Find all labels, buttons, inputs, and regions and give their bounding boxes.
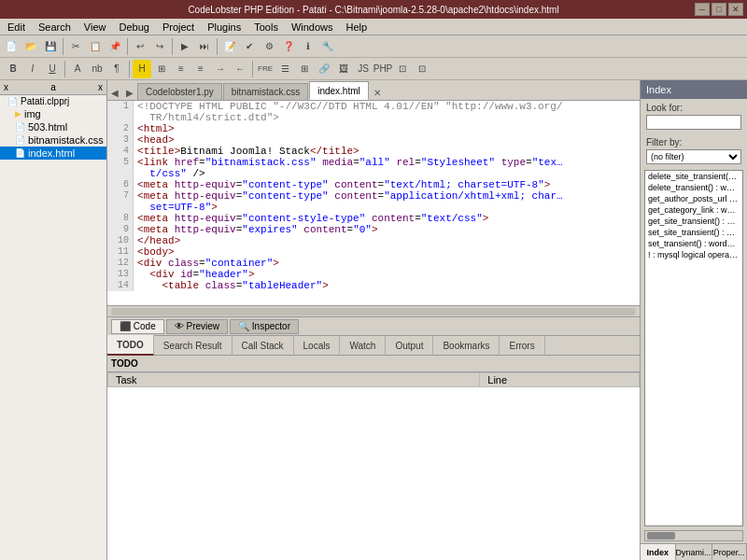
indent-button[interactable]: → (211, 60, 230, 78)
errors-tab[interactable]: Errors (500, 335, 544, 356)
menu-edit[interactable]: Edit (4, 21, 29, 33)
code-view-tab[interactable]: ⬛ Code (111, 319, 164, 334)
step-button[interactable]: ⏭ (195, 37, 214, 56)
index-item-3[interactable]: get_category_link : word… (645, 204, 742, 216)
tab-css[interactable]: bitnamistack.css (223, 83, 308, 100)
extra-button[interactable]: 🔧 (318, 37, 337, 56)
index-item-5[interactable]: set_site_transient() : wor… (645, 227, 742, 238)
italic-button[interactable]: I (23, 60, 42, 78)
nb-button[interactable]: nb (88, 60, 106, 78)
toolbar-2: B I U A nb ¶ H ⊞ ≡ ≡ → ← FRE ☰ ⊞ 🔗 🖼 JS … (0, 58, 747, 80)
bookmarks-tab[interactable]: Bookmarks (433, 335, 500, 356)
index-item-0[interactable]: delete_site_transient() : w… (645, 171, 742, 182)
info-button[interactable]: ℹ (299, 37, 317, 56)
watch-tab[interactable]: Watch (340, 335, 386, 356)
look-for-label: Look for: (646, 103, 741, 113)
code-editor[interactable]: 1 <!DOCTYPE HTML PUBLIC "-//W3C//DTD HTM… (107, 101, 640, 305)
index-item-7[interactable]: ! : mysql logical operator… (645, 249, 742, 260)
tree-item-img[interactable]: ▶ img (0, 107, 106, 120)
menu-bar: Edit Search View Debug Project Plugins T… (0, 19, 747, 35)
toolbar-sep-3 (172, 38, 173, 55)
menu-windows[interactable]: Windows (288, 21, 337, 33)
fre-button[interactable]: FRE (256, 60, 275, 78)
toolbar2-sep-1 (64, 61, 65, 77)
tab-prev-button[interactable]: ◀ (107, 86, 122, 100)
close-button[interactable]: ✕ (728, 3, 743, 16)
call-stack-tab[interactable]: Call Stack (233, 335, 294, 356)
maximize-button[interactable]: □ (712, 3, 726, 16)
output-tab[interactable]: Output (386, 335, 433, 356)
editor-horizontal-scrollbar[interactable] (107, 305, 640, 316)
filter-by-section: Filter by: (no filter) (641, 133, 747, 168)
list-button[interactable]: ☰ (275, 60, 294, 78)
center-panel: ◀ ▶ Codelobster1.py bitnamistack.css ind… (107, 80, 640, 560)
font-button[interactable]: A (68, 60, 87, 78)
validate-button[interactable]: ✔ (240, 37, 259, 56)
search-result-tab[interactable]: Search Result (154, 335, 233, 356)
menu-tools[interactable]: Tools (250, 21, 282, 33)
tree-item-project[interactable]: 📄 Patati.clpprj (0, 95, 106, 107)
format2-button[interactable]: ¶ (107, 60, 126, 78)
paste-button[interactable]: 📌 (106, 37, 124, 56)
inspector-view-tab[interactable]: 🔍 Inspector (230, 319, 299, 334)
menu-search[interactable]: Search (35, 21, 75, 33)
tab-next-button[interactable]: ▶ (122, 86, 137, 100)
highlight-button[interactable]: H (133, 60, 151, 78)
menu-plugins[interactable]: Plugins (204, 21, 245, 33)
todo-table: Task Line (107, 372, 640, 387)
extra3-button[interactable]: ⊡ (413, 60, 431, 78)
js-button[interactable]: JS (354, 60, 373, 78)
tree-item-css[interactable]: 📄 bitnamistack.css (0, 133, 106, 147)
code-line-12: 12 <div class="container"> (107, 258, 640, 269)
minimize-button[interactable]: ─ (695, 3, 710, 16)
index-item-6[interactable]: set_transient() : wordpre… (645, 238, 742, 249)
menu-help[interactable]: Help (343, 21, 372, 33)
help-button[interactable]: ❓ (279, 37, 298, 56)
menu-debug[interactable]: Debug (115, 21, 152, 33)
bold-button[interactable]: B (4, 60, 22, 78)
tree-item-index[interactable]: 📄 index.html (0, 147, 106, 160)
extra2-button[interactable]: ⊡ (393, 60, 412, 78)
undo-button[interactable]: ↩ (131, 37, 149, 56)
image-button[interactable]: 🖼 (334, 60, 353, 78)
redo-button[interactable]: ↪ (150, 37, 169, 56)
settings-button[interactable]: ⚙ (260, 37, 278, 56)
underline-button[interactable]: U (43, 60, 62, 78)
table-button[interactable]: ⊞ (295, 60, 314, 78)
insert-button[interactable]: ⊞ (152, 60, 171, 78)
align-left-button[interactable]: ≡ (172, 60, 190, 78)
tab-py[interactable]: Codelobster1.py (137, 83, 222, 100)
open-button[interactable]: 📂 (21, 37, 40, 56)
copy-button[interactable]: 📋 (86, 37, 105, 56)
php-button[interactable]: PHP (374, 60, 392, 78)
menu-project[interactable]: Project (159, 21, 198, 33)
index-item-4[interactable]: get_site_transient() : wor… (645, 216, 742, 227)
cut-button[interactable]: ✂ (66, 37, 85, 56)
hscroll-track[interactable] (111, 308, 636, 315)
right-tab-properties[interactable]: Proper... (712, 544, 747, 560)
index-item-2[interactable]: get_author_posts_url : w… (645, 193, 742, 204)
index-scroll-bar[interactable] (644, 530, 743, 541)
index-item-1[interactable]: delete_transient() : wordp… (645, 182, 742, 193)
tab-html[interactable]: index.html (309, 81, 369, 100)
link-button[interactable]: 🔗 (315, 60, 333, 78)
locals-tab[interactable]: Locals (294, 335, 341, 356)
run-button[interactable]: ▶ (176, 37, 194, 56)
right-tab-dynamic[interactable]: Dynami... (676, 544, 712, 560)
window-title: CodeLobster PHP Edition - Patati - C:\Bi… (188, 5, 558, 15)
filter-by-select[interactable]: (no filter) (646, 149, 741, 164)
look-for-input[interactable] (646, 115, 741, 130)
preview-view-tab[interactable]: 👁 Preview (166, 319, 228, 334)
save-button[interactable]: 💾 (41, 37, 60, 56)
right-tab-index[interactable]: Index (641, 544, 676, 560)
tab-close-button[interactable]: ✕ (370, 86, 385, 100)
todo-tab[interactable]: TODO (107, 335, 154, 356)
html-file-icon: 📄 (15, 122, 25, 132)
format-button[interactable]: 📝 (220, 37, 239, 56)
new-file-button[interactable]: 📄 (2, 37, 21, 56)
bottom-tab-bar: TODO Search Result Call Stack Locals Wat… (107, 335, 640, 356)
menu-view[interactable]: View (80, 21, 110, 33)
tree-item-503[interactable]: 📄 503.html (0, 120, 106, 133)
outdent-button[interactable]: ← (231, 60, 249, 78)
align-right-button[interactable]: ≡ (191, 60, 210, 78)
